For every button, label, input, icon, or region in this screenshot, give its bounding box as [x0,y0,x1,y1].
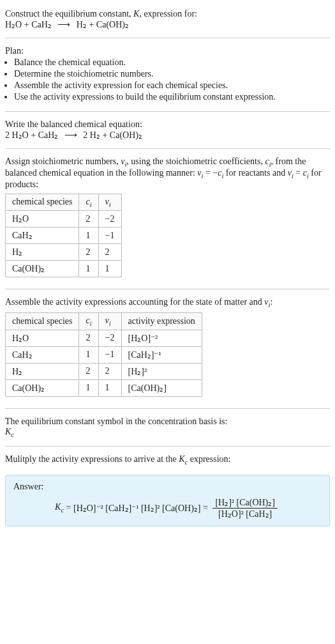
answer-box: Answer: Kc = [H₂O]⁻² [CaH₂]⁻¹ [H₂]² [Ca(… [5,475,330,526]
cell-expr: [Ca(OH)₂] [121,379,202,396]
answer-label: Answer: [13,482,322,492]
basis-section: The equilibrium constant symbol in the c… [5,413,330,442]
cell-species: H₂O [6,211,79,227]
cell-species: H₂ [6,244,79,261]
table-row: Ca(OH)₂ 1 1 [6,261,122,277]
table-header-row: chemical species ci νi activity expressi… [6,313,202,330]
stoich-section: Assign stoichiometric numbers, νi, using… [5,153,330,285]
table-row: Ca(OH)₂ 1 1 [Ca(OH)₂] [6,379,202,396]
col-ci: ci [79,194,98,211]
plan-list: Balance the chemical equation. Determine… [5,57,330,102]
cell-vi: 1 [98,379,121,396]
activity-intro: Assemble the activity expressions accoun… [5,297,330,309]
cell-species: CaH₂ [6,227,79,244]
fraction: [H₂]² [Ca(OH)₂] [H₂O]² [CaH₂] [212,497,278,519]
species: H₂O [5,20,22,29]
cell-expr: [H₂]² [121,363,202,379]
K-symbol: K [133,9,139,19]
unbalanced-equation: H₂O + CaH₂ ⟶ H₂ + Ca(OH)₂ [5,19,330,30]
stoich-table: chemical species ci νi H₂O 2 −2 CaH₂ 1 −… [5,194,122,278]
cell-vi: 1 [98,261,121,277]
cell-ci: 1 [79,227,98,244]
cell-vi: −2 [98,330,121,346]
col-expr: activity expression [121,313,202,330]
table-row: CaH₂ 1 −1 [CaH₂]⁻¹ [6,346,202,363]
cell-species: Ca(OH)₂ [6,261,79,277]
species: H₂O [12,130,29,140]
species: Ca(OH)₂ [96,20,129,29]
plan-section: Plan: Balance the chemical equation. Det… [5,42,330,107]
divider [5,148,330,149]
col-species: chemical species [6,313,79,330]
plan-item: Assemble the activity expression for eac… [14,80,330,91]
equals: = [200,503,210,513]
header-section: Construct the equilibrium constant, K, e… [5,5,330,34]
divider [5,289,330,289]
cell-species: H₂O [6,330,79,346]
fraction-den: [H₂O]² [CaH₂] [212,509,278,519]
plan-title: Plan: [5,46,330,56]
species: CaH₂ [31,20,52,29]
divider [5,111,330,112]
multiply-intro: Mulitply the activity expressions to arr… [5,454,330,466]
plan-item: Determine the stoichiometric numbers. [14,69,330,79]
plan-item: Balance the chemical equation. [14,57,330,68]
cell-species: Ca(OH)₂ [6,379,79,396]
activity-table: chemical species ci νi activity expressi… [5,312,202,397]
cell-vi: −2 [98,211,121,227]
prompt-text: Construct the equilibrium constant, K, e… [5,9,330,19]
col-vi: νi [98,194,121,211]
species: CaH₂ [38,130,59,140]
cell-ci: 2 [79,244,98,261]
cell-species: CaH₂ [6,346,79,363]
term: [H₂O]⁻² [73,503,103,514]
kc-symbol: Kc [5,427,330,438]
balanced-equation: 2 H₂O + CaH₂ ⟶ 2 H₂ + Ca(OH)₂ [5,130,330,141]
cell-species: H₂ [6,363,79,379]
table-row: H₂O 2 −2 [6,211,122,227]
cell-vi: 2 [98,363,121,379]
term: [H₂]² [141,503,160,514]
table-row: H₂O 2 −2 [H₂O]⁻² [6,330,202,346]
cell-expr: [H₂O]⁻² [121,330,202,346]
species: Ca(OH)₂ [110,130,142,140]
fraction-num: [H₂]² [Ca(OH)₂] [212,497,278,509]
equals: = [64,503,73,513]
divider [5,446,330,447]
species: H₂ [90,130,100,140]
activity-section: Assemble the activity expressions accoun… [5,293,330,404]
multiply-section: Mulitply the activity expressions to arr… [5,450,330,470]
cell-ci: 1 [79,346,98,363]
col-ci: ci [79,313,98,330]
cell-expr: [CaH₂]⁻¹ [121,346,202,363]
balanced-intro: Write the balanced chemical equation: [5,119,330,130]
table-row: CaH₂ 1 −1 [6,227,122,244]
term: [Ca(OH)₂] [162,503,200,514]
term: [CaH₂]⁻¹ [105,503,138,514]
table-header-row: chemical species ci νi [6,194,122,211]
cell-ci: 1 [79,379,98,396]
basis-intro: The equilibrium constant symbol in the c… [5,417,330,427]
stoich-intro: Assign stoichiometric numbers, νi, using… [5,157,330,190]
divider [5,38,330,38]
cell-ci: 2 [79,330,98,346]
plan-item: Use the activity expressions to build th… [14,92,330,102]
cell-ci: 1 [79,261,98,277]
kc-lhs: Kc [55,502,64,514]
coeff: 2 [83,130,87,140]
kc-expression: Kc = [H₂O]⁻² [CaH₂]⁻¹ [H₂]² [Ca(OH)₂] = … [13,497,322,519]
coeff: 2 [5,130,10,140]
cell-vi: 2 [98,244,121,261]
col-species: chemical species [6,194,79,211]
table-row: H₂ 2 2 [H₂]² [6,363,202,379]
cell-vi: −1 [98,346,121,363]
cell-ci: 2 [79,363,98,379]
col-vi: νi [98,313,121,330]
cell-ci: 2 [79,211,98,227]
table-row: H₂ 2 2 [6,244,122,261]
reaction-arrow-icon: ⟶ [61,130,81,141]
cell-vi: −1 [98,227,121,244]
species: H₂ [77,20,87,29]
reaction-arrow-icon: ⟶ [54,19,74,30]
balanced-section: Write the balanced chemical equation: 2 … [5,116,330,144]
